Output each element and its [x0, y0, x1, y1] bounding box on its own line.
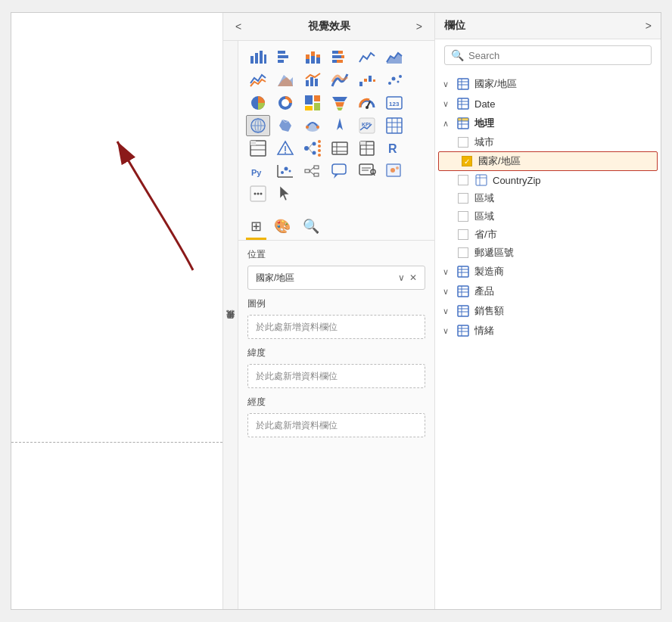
svg-point-55: [316, 126, 319, 129]
delta-icon[interactable]: [273, 138, 297, 159]
scatter-chart-icon[interactable]: [382, 70, 406, 91]
combo-chart-icon[interactable]: [300, 70, 325, 91]
more-icon[interactable]: [246, 183, 270, 204]
tabs-row: ⊞ 🎨 🔍: [238, 210, 434, 241]
r-visual-icon[interactable]: R: [382, 138, 406, 159]
group-geo[interactable]: ∧ 地理: [435, 114, 661, 133]
line-chart-icon[interactable]: [355, 47, 379, 68]
pie-chart-icon[interactable]: [246, 92, 270, 114]
field-region1[interactable]: 區域: [435, 189, 661, 207]
smart-narr-icon[interactable]: [355, 160, 379, 182]
treemap-icon[interactable]: [300, 92, 325, 114]
group-product[interactable]: ∨ 產品: [435, 281, 661, 301]
svg-rect-28: [369, 76, 372, 82]
svg-rect-1: [250, 56, 254, 64]
area-chart-icon[interactable]: [382, 47, 406, 68]
svg-rect-98: [314, 173, 319, 176]
svg-marker-115: [280, 186, 289, 201]
svg-rect-18: [332, 60, 337, 63]
decomp-tree-icon[interactable]: [300, 138, 325, 159]
geo-map-icon[interactable]: [382, 160, 406, 182]
field-country-region[interactable]: 國家/地區: [438, 151, 658, 171]
prev-arrow[interactable]: <: [232, 19, 244, 34]
viz-row-3: 123: [246, 92, 427, 114]
search-icon: 🔍: [451, 49, 464, 61]
field-zipcode[interactable]: 郵遞區號: [435, 244, 661, 262]
python-icon[interactable]: Py: [246, 160, 270, 182]
svg-rect-80: [332, 142, 347, 154]
fields-next-arrow[interactable]: >: [646, 20, 652, 32]
field-city[interactable]: 城市: [435, 133, 661, 151]
mountain-chart-icon[interactable]: [273, 70, 297, 91]
field-dropdown-icon[interactable]: ∨: [398, 272, 405, 283]
group-date[interactable]: ∨ Date: [435, 94, 661, 114]
tab-analytics[interactable]: 🔍: [298, 215, 324, 240]
card-icon[interactable]: 123: [382, 92, 406, 114]
table-icon-geo: [456, 117, 470, 130]
speech-bubble-icon[interactable]: [328, 160, 352, 182]
waterfall-icon[interactable]: [355, 70, 379, 91]
group-country[interactable]: ∨ 國家/地區: [435, 74, 661, 94]
matrix-icon[interactable]: [246, 138, 270, 159]
search-input[interactable]: [468, 50, 645, 61]
field-countryzip[interactable]: CountryZip: [435, 171, 661, 189]
checkbox-region1[interactable]: [458, 193, 468, 204]
group-sales[interactable]: ∨ 銷售額: [435, 301, 661, 321]
next-arrow[interactable]: >: [413, 19, 425, 34]
svg-point-70: [285, 152, 286, 154]
svg-rect-17: [341, 55, 344, 58]
position-label: 位置: [247, 248, 425, 261]
donut-chart-icon[interactable]: [273, 92, 297, 114]
bar-h-stacked-icon[interactable]: [328, 47, 352, 68]
legend-field[interactable]: 於此處新增資料欄位: [247, 315, 425, 339]
tab-format[interactable]: 🎨: [269, 215, 295, 240]
dotted-divider: [11, 442, 222, 443]
table-icon-product: [456, 285, 470, 298]
legend-label: 圖例: [247, 297, 425, 310]
field-region2[interactable]: 區域: [435, 207, 661, 225]
checkbox-countryzip[interactable]: [458, 175, 468, 185]
field-province[interactable]: 省/市: [435, 225, 661, 244]
bar-chart-h-icon[interactable]: [273, 47, 297, 68]
location-field[interactable]: 國家/地區 ∨ ✕: [247, 266, 425, 290]
svg-rect-4: [264, 54, 266, 64]
decomp2-icon[interactable]: [300, 160, 325, 182]
field-remove-icon[interactable]: ✕: [409, 272, 417, 283]
checkbox-province[interactable]: [458, 229, 468, 240]
checkbox-region2[interactable]: [458, 211, 468, 222]
table-viz-icon[interactable]: [382, 115, 406, 136]
bar-chart-icon[interactable]: [246, 47, 270, 68]
group-manufacturer-label: 製造商: [474, 265, 504, 278]
kpi-icon[interactable]: KPI: [355, 115, 379, 136]
table-ex-icon[interactable]: [328, 138, 352, 159]
search-box[interactable]: 🔍: [444, 45, 652, 65]
cursor-icon[interactable]: [273, 183, 297, 204]
matrix2-icon[interactable]: [355, 138, 379, 159]
scatter2-icon[interactable]: [273, 160, 297, 182]
nav-icon[interactable]: [328, 115, 352, 136]
lng-field[interactable]: 於此處新增資料欄位: [247, 413, 425, 437]
field-city-label: 城市: [474, 135, 653, 149]
svg-point-74: [318, 140, 321, 143]
tab-position[interactable]: ⊞: [246, 215, 266, 240]
gauge-icon[interactable]: [355, 92, 379, 114]
viz-icons-grid: 123: [238, 41, 434, 210]
ribbon-chart-icon[interactable]: [328, 70, 352, 91]
funnel-icon[interactable]: [328, 92, 352, 114]
group-manufacturer[interactable]: ∨ 製造商: [435, 262, 661, 281]
lat-field[interactable]: 於此處新增資料欄位: [247, 364, 425, 388]
svg-rect-85: [360, 142, 366, 145]
line-area-icon[interactable]: [246, 70, 270, 91]
bar-stacked-icon[interactable]: [300, 47, 325, 68]
checkbox-zipcode[interactable]: [458, 247, 468, 258]
svg-marker-102: [334, 174, 338, 179]
viz-row-5: R: [246, 138, 427, 159]
shape-map-icon[interactable]: [273, 115, 297, 136]
checkbox-country-region[interactable]: [462, 156, 472, 166]
group-sentiment[interactable]: ∨ 情緒: [435, 321, 661, 341]
checkbox-city[interactable]: [458, 137, 468, 148]
arc-map-icon[interactable]: [300, 115, 325, 136]
svg-point-94: [285, 167, 288, 171]
svg-rect-132: [458, 266, 468, 277]
map-icon[interactable]: [246, 115, 270, 136]
